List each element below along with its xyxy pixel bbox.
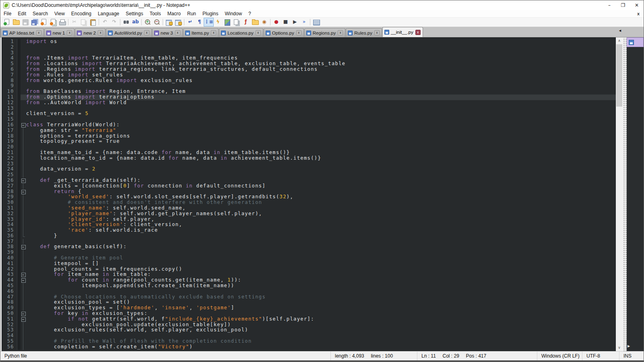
code-line[interactable]: 49 exclusion_types = ['hardmode', 'insan… <box>2 305 616 311</box>
code-line[interactable]: 37 <box>2 239 616 245</box>
copy-icon[interactable] <box>79 18 88 26</box>
fold-collapse-icon[interactable] <box>21 244 26 250</box>
scroll-down-icon[interactable]: ∨ <box>616 344 623 351</box>
function-list-icon[interactable]: ϟ <box>213 18 223 26</box>
code-line[interactable]: 43 for item_name in item_table: <box>2 272 616 278</box>
bookmark-margin[interactable] <box>17 272 21 278</box>
code-line[interactable]: 25 <box>2 172 616 178</box>
tab-new-1[interactable]: new 1x <box>44 28 75 37</box>
code-line[interactable]: 54 <box>2 333 616 339</box>
tab-close-icon[interactable]: x <box>296 30 301 35</box>
code-line[interactable]: 35 'race': self.world.is_race <box>2 228 616 233</box>
scrollbar-thumb[interactable] <box>616 44 622 107</box>
bookmark-margin[interactable] <box>17 317 21 322</box>
code-editor[interactable]: 1import os234from .Items import Terraria… <box>2 37 616 351</box>
bookmark-margin[interactable] <box>17 183 21 189</box>
code-line[interactable]: 6from .Regions import terraria_regions, … <box>2 67 616 72</box>
menubar-close-icon[interactable]: x <box>637 11 640 16</box>
code-line[interactable]: 50 for key in exclusion_types: <box>2 311 616 317</box>
status-encoding[interactable]: UTF-8 <box>582 352 619 360</box>
bookmark-margin[interactable] <box>17 161 21 167</box>
status-insert-mode[interactable]: INS <box>619 352 644 360</box>
code-line[interactable]: 10from BaseClasses import Region, Entran… <box>2 89 616 95</box>
menu-item-plugins[interactable]: Plugins <box>199 10 221 17</box>
menu-item-file[interactable]: File <box>0 10 14 17</box>
bookmark-margin[interactable] <box>17 344 21 350</box>
bookmark-margin[interactable] <box>17 144 21 150</box>
bookmark-margin[interactable] <box>17 178 21 183</box>
monitoring-icon[interactable]: ◉ <box>260 18 269 26</box>
bookmark-margin[interactable] <box>17 333 21 339</box>
code-line[interactable]: 5from .Locations import TerrariaAchievem… <box>2 61 616 67</box>
tab-close-icon[interactable]: x <box>98 30 103 35</box>
undo-icon[interactable]: ↶ <box>100 18 109 26</box>
tab-close-icon[interactable]: x <box>211 30 216 35</box>
bookmark-margin[interactable] <box>17 283 21 289</box>
code-line[interactable]: 52 exclusion_pool.update(exclusion_table… <box>2 322 616 328</box>
code-line[interactable]: 11from .Options import terraria_options <box>2 95 616 100</box>
tab-autoworld-py[interactable]: AutoWorld.pyx <box>106 28 152 37</box>
bookmark-margin[interactable] <box>17 311 21 317</box>
macro-play-icon[interactable]: ▶ <box>290 18 299 26</box>
bookmark-margin[interactable] <box>17 67 21 72</box>
bookmark-margin[interactable] <box>17 339 21 344</box>
print-icon[interactable] <box>58 18 67 26</box>
zoom-in-icon[interactable]: + <box>143 18 152 26</box>
code-line[interactable]: 38 def generate_basic(self): <box>2 244 616 250</box>
code-line[interactable]: 17 game: str = "Terraria" <box>2 128 616 134</box>
tab-regions-py[interactable]: Regions.pyx <box>304 28 346 37</box>
new-file-icon[interactable] <box>2 18 11 26</box>
code-line[interactable]: 4from .Items import TerrariaItem, item_t… <box>2 56 616 61</box>
close-file-icon[interactable] <box>39 18 48 26</box>
bookmark-margin[interactable] <box>17 278 21 283</box>
code-line[interactable]: 28 return { <box>2 189 616 195</box>
indent-guide-icon[interactable]: ⋮≡ <box>204 18 213 26</box>
bookmark-margin[interactable] <box>17 206 21 211</box>
tab-items-py[interactable]: Items.pyx <box>183 28 219 37</box>
code-line[interactable]: 2 <box>2 45 616 50</box>
bookmark-margin[interactable] <box>17 100 21 106</box>
replace-icon[interactable]: ab <box>131 18 140 26</box>
bookmark-margin[interactable] <box>17 289 21 294</box>
code-line[interactable]: 31 'seed_name': self.world.seed_name, <box>2 206 616 211</box>
fold-collapse-icon[interactable] <box>21 317 26 322</box>
macro-save-icon[interactable] <box>312 18 321 26</box>
code-line[interactable]: 42 pool_counts = item_frequencies.copy() <box>2 267 616 272</box>
bookmark-margin[interactable] <box>17 228 21 233</box>
menu-item-edit[interactable]: Edit <box>14 10 29 17</box>
bookmark-margin[interactable] <box>17 305 21 311</box>
bookmark-margin[interactable] <box>17 300 21 305</box>
code-line[interactable]: 45 itempool.append(self.create_item(item… <box>2 283 616 289</box>
document-list-selected-item[interactable] <box>627 37 644 47</box>
bookmark-margin[interactable] <box>17 244 21 250</box>
bookmark-margin[interactable] <box>17 156 21 161</box>
code-line[interactable]: 9 <box>2 83 616 89</box>
bookmark-margin[interactable] <box>17 56 21 61</box>
bookmark-margin[interactable] <box>17 78 21 84</box>
doc-list-icon[interactable] <box>232 18 241 26</box>
tab-locations-py[interactable]: Locations.pyx <box>219 28 263 37</box>
tab-close-icon[interactable]: x <box>36 30 41 35</box>
bookmark-margin[interactable] <box>17 255 21 261</box>
fold-collapse-icon[interactable] <box>21 272 26 278</box>
bookmark-margin[interactable] <box>17 211 21 217</box>
bookmark-margin[interactable] <box>17 250 21 255</box>
code-line[interactable]: 8from worlds.generic.Rules import exclus… <box>2 78 616 84</box>
code-line[interactable]: 14client_version = 5 <box>2 111 616 117</box>
tab-scroll-left-icon[interactable]: ◄ <box>618 29 622 33</box>
code-line[interactable]: 19 topology_present = True <box>2 139 616 144</box>
restore-button[interactable]: ❐ <box>616 0 630 10</box>
bookmark-margin[interactable] <box>17 189 21 195</box>
folder-workspace-icon[interactable] <box>250 18 260 26</box>
code-line[interactable]: 51 if not getattr(self.world, f"include_… <box>2 317 616 322</box>
fold-collapse-icon[interactable] <box>21 122 26 128</box>
code-line[interactable]: 44 for count in range(pool_counts.get(it… <box>2 278 616 283</box>
minimize-button[interactable]: – <box>603 0 616 10</box>
code-line[interactable]: 26 def _get_terraria_data(self): <box>2 178 616 183</box>
bookmark-margin[interactable] <box>17 327 21 333</box>
tab-close-icon[interactable]: x <box>374 30 380 35</box>
code-line[interactable]: 7from .Rules import set_rules <box>2 72 616 78</box>
code-line[interactable]: 27 exits = [connection[0] for connection… <box>2 183 616 189</box>
zoom-out-icon[interactable]: − <box>152 18 161 26</box>
bookmark-margin[interactable] <box>17 39 21 45</box>
